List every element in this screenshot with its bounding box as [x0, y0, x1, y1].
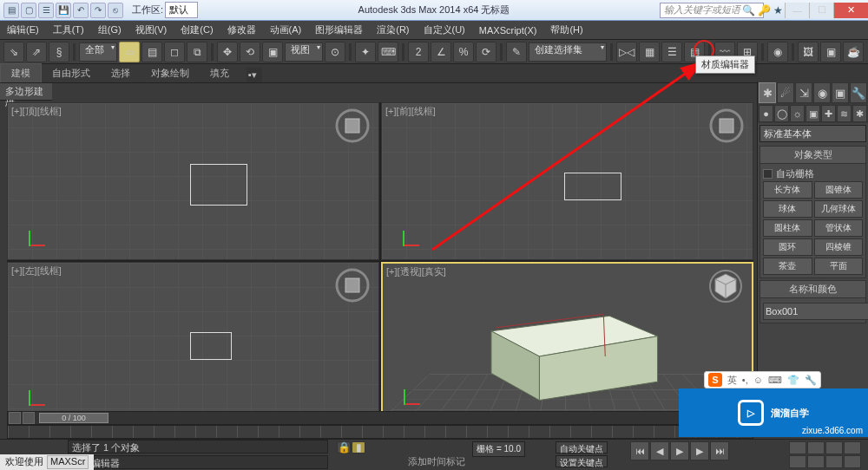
- menu-tools[interactable]: 工具(T): [46, 21, 91, 39]
- viewcube-icon[interactable]: [335, 108, 370, 143]
- unlink-tool-icon[interactable]: ⇗: [26, 42, 47, 62]
- menu-help[interactable]: 帮助(H): [543, 21, 589, 39]
- edit-named-sel-icon[interactable]: ✎: [506, 42, 527, 62]
- shapes-icon[interactable]: ◯: [774, 105, 789, 122]
- viewport-front[interactable]: [+][前][线框]: [381, 102, 753, 260]
- time-slider-thumb[interactable]: 0 / 100: [39, 413, 108, 423]
- time-slider[interactable]: 0 / 100: [7, 411, 753, 425]
- torus-button[interactable]: 圆环: [763, 238, 812, 256]
- favorites-icon[interactable]: ★: [773, 4, 783, 16]
- app-menu-icon[interactable]: ▤: [3, 3, 19, 18]
- sogou-icon[interactable]: S: [708, 373, 722, 387]
- zoom-icon[interactable]: [789, 441, 806, 454]
- lock-selection-icon[interactable]: 🔒: [337, 441, 351, 454]
- scale-tool-icon[interactable]: ▣: [262, 42, 283, 62]
- ime-emoji-icon[interactable]: ☺: [753, 375, 763, 385]
- goto-start-icon[interactable]: ⏮: [630, 441, 649, 460]
- plane-button[interactable]: 平面: [814, 258, 864, 275]
- link-tool-icon[interactable]: ⇘: [3, 42, 24, 62]
- geometry-icon[interactable]: ●: [759, 105, 773, 122]
- geosphere-button[interactable]: 几何球体: [814, 200, 864, 218]
- cylinder-button[interactable]: 圆柱体: [763, 219, 812, 237]
- tab-freeform[interactable]: 自由形式: [42, 64, 101, 82]
- polygon-modeling-panel[interactable]: 多边形建模: [0, 83, 52, 101]
- prev-frame-icon[interactable]: ◀: [650, 441, 669, 460]
- menu-grapheditors[interactable]: 图形编辑器: [308, 21, 370, 39]
- viewport-label-left[interactable]: [+][左][线框]: [11, 264, 62, 277]
- layers-icon[interactable]: ☰: [661, 42, 682, 62]
- viewcube-icon[interactable]: [709, 108, 744, 143]
- select-by-name-icon[interactable]: ▤: [141, 42, 162, 62]
- snap-2d-icon[interactable]: 2: [408, 42, 429, 62]
- orbit-icon[interactable]: [825, 455, 843, 468]
- mini-listener[interactable]: 材质编辑器: [68, 455, 328, 469]
- autokey-button[interactable]: 自动关键点: [556, 441, 608, 454]
- goto-end-icon[interactable]: ⏭: [710, 441, 729, 460]
- undo-icon[interactable]: ↶: [73, 3, 89, 18]
- tube-button[interactable]: 管状体: [814, 219, 864, 237]
- modify-tab-icon[interactable]: ☄: [777, 82, 794, 103]
- max-toggle-icon[interactable]: [844, 455, 861, 468]
- next-key-icon[interactable]: [23, 412, 35, 424]
- window-crossing-icon[interactable]: ⧉: [187, 42, 207, 62]
- viewcube-icon[interactable]: [335, 268, 370, 303]
- utilities-tab-icon[interactable]: 🔧: [850, 82, 867, 103]
- menu-modifiers[interactable]: 修改器: [220, 21, 263, 39]
- motion-tab-icon[interactable]: ◉: [813, 82, 831, 103]
- setkey-button[interactable]: 设置关键点: [556, 455, 608, 467]
- align-icon[interactable]: ▦: [639, 42, 660, 62]
- play-icon[interactable]: ▶: [670, 441, 689, 460]
- menu-edit[interactable]: 编辑(E): [0, 21, 46, 39]
- menu-group[interactable]: 组(G): [91, 21, 128, 39]
- minimize-button[interactable]: —: [785, 3, 809, 18]
- spacewarps-icon[interactable]: ≋: [837, 105, 852, 122]
- menu-rendering[interactable]: 渲染(R): [370, 21, 416, 39]
- viewport-left[interactable]: [+][左][线框]: [7, 262, 379, 420]
- pan-icon[interactable]: [807, 455, 825, 468]
- box-button[interactable]: 长方体: [763, 181, 812, 199]
- ime-skin-icon[interactable]: 👕: [787, 375, 799, 386]
- redo-icon[interactable]: ↷: [90, 3, 106, 18]
- signin-icon[interactable]: 🔑: [758, 4, 771, 16]
- rendered-frame-icon[interactable]: ▣: [820, 42, 841, 62]
- add-time-tag[interactable]: 添加时间标记: [408, 455, 465, 468]
- maxscript-tab[interactable]: MAXScr: [47, 455, 89, 469]
- zoom-all-icon[interactable]: [807, 441, 825, 454]
- render-production-icon[interactable]: ☕: [843, 42, 864, 62]
- systems-icon[interactable]: ✱: [852, 105, 867, 122]
- zoom-extents-all-icon[interactable]: [844, 441, 861, 454]
- isolate-icon[interactable]: ▮: [352, 441, 365, 454]
- ref-coord-dropdown[interactable]: 视图: [285, 42, 323, 62]
- help-search-icon[interactable]: 🔍: [742, 4, 755, 16]
- sphere-button[interactable]: 球体: [763, 200, 812, 218]
- display-tab-icon[interactable]: ▣: [832, 82, 849, 103]
- render-setup-icon[interactable]: 🖼: [798, 42, 819, 62]
- spinner-snap-icon[interactable]: ⟳: [476, 42, 496, 62]
- link-icon[interactable]: ⎋: [108, 3, 123, 18]
- snap-percent-icon[interactable]: %: [453, 42, 474, 62]
- hierarchy-tab-icon[interactable]: ⇲: [795, 82, 812, 103]
- tab-selection[interactable]: 选择: [101, 64, 141, 82]
- bind-spacewarp-icon[interactable]: §: [49, 42, 69, 62]
- cameras-icon[interactable]: ▣: [806, 105, 820, 122]
- select-object-icon[interactable]: ▭: [119, 42, 140, 62]
- open-icon[interactable]: ☰: [38, 3, 54, 18]
- manipulate-icon[interactable]: ✦: [355, 42, 376, 62]
- selection-filter-dropdown[interactable]: 全部: [79, 42, 117, 62]
- menu-maxscript[interactable]: MAXScript(X): [472, 21, 544, 39]
- tab-modeling[interactable]: 建模: [0, 63, 42, 82]
- mirror-icon[interactable]: ▷◁: [616, 42, 637, 62]
- ime-lang[interactable]: 英: [727, 374, 737, 387]
- menu-views[interactable]: 视图(V): [128, 21, 174, 39]
- track-bar[interactable]: [7, 425, 753, 439]
- primitive-category-dropdown[interactable]: 标准基本体: [760, 125, 866, 142]
- rectangular-region-icon[interactable]: ◻: [164, 42, 185, 62]
- rollout-object-type[interactable]: 对象类型: [760, 146, 866, 164]
- rollout-name-color[interactable]: 名称和颜色: [760, 280, 866, 298]
- move-tool-icon[interactable]: ✥: [217, 42, 238, 62]
- viewport-label-top[interactable]: [+][顶][线框]: [11, 105, 62, 118]
- zoom-extents-icon[interactable]: [825, 441, 843, 454]
- menu-customize[interactable]: 自定义(U): [417, 21, 472, 39]
- menu-animation[interactable]: 动画(A): [263, 21, 309, 39]
- ime-keyboard-icon[interactable]: ⌨: [768, 375, 782, 386]
